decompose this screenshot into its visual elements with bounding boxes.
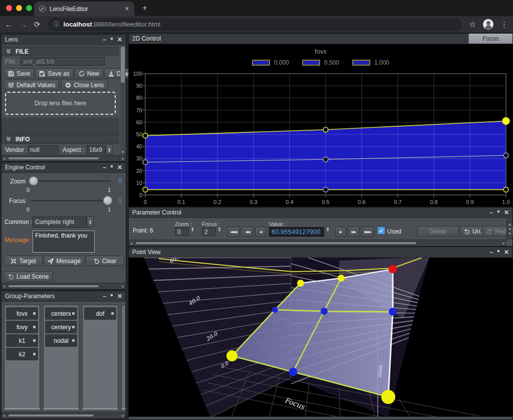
drag-grip-icon[interactable] <box>33 353 36 355</box>
scroll-left-icon[interactable]: ◂ <box>3 413 6 418</box>
save-as-button[interactable]: Save as <box>35 68 73 79</box>
drag-grip-icon[interactable] <box>33 339 36 342</box>
zoom-slider[interactable] <box>31 180 111 182</box>
lens-horizontal-scrollbar[interactable]: ◂ ▸ <box>2 155 126 161</box>
lens-dropzone[interactable]: Drop lens files here <box>5 92 116 115</box>
point-view-point[interactable] <box>289 368 298 376</box>
default-values-button[interactable]: Default Values <box>4 80 59 90</box>
save-button[interactable]: Save <box>4 68 34 79</box>
legend-item[interactable]: 1.000 <box>352 59 389 66</box>
next-fast-button[interactable]: ▶▶ <box>348 227 360 237</box>
common-stepper[interactable]: ▲▼ <box>87 217 94 228</box>
zoom-index-input[interactable] <box>175 228 189 236</box>
mac-zoom-icon[interactable] <box>26 5 32 11</box>
minimize-icon[interactable]: – <box>103 164 106 170</box>
delete-button[interactable]: Delete <box>417 226 459 237</box>
point-view-point[interactable] <box>389 265 397 274</box>
point-view-point[interactable] <box>321 308 328 315</box>
parameter-vertical-scrollbar[interactable]: ▲ ▼ <box>506 218 512 240</box>
forward-icon[interactable]: → <box>20 20 27 29</box>
site-info-icon[interactable]: ⓘ <box>54 20 60 29</box>
point-view-point[interactable] <box>226 350 237 361</box>
prev-fast-button[interactable]: ◀◀ <box>241 227 253 237</box>
point-view-point[interactable] <box>272 307 278 313</box>
close-lens-button[interactable]: Close Lens <box>61 80 108 90</box>
menu-kebab-icon[interactable]: ⋮ <box>500 20 508 29</box>
param-item-centerx[interactable]: centerx <box>45 307 77 320</box>
drag-grip-icon[interactable] <box>72 312 75 315</box>
minimize-icon[interactable]: – <box>489 249 493 255</box>
point-view-point[interactable] <box>381 390 395 404</box>
next-point-button[interactable]: ▶ <box>335 227 346 237</box>
minimize-icon[interactable]: – <box>103 293 106 299</box>
zoom-index-stepper[interactable]: ▲▼ <box>191 227 194 232</box>
group-horizontal-scrollbar[interactable]: ◂ ▸ <box>2 412 126 418</box>
info-section-header[interactable]: INFO <box>2 134 119 144</box>
lens-vertical-scrollbar[interactable]: ▼ <box>120 46 125 154</box>
drag-grip-icon[interactable] <box>33 312 36 315</box>
close-icon[interactable]: ✕ <box>504 209 509 216</box>
chart-point[interactable] <box>323 157 328 162</box>
chart-point[interactable] <box>143 160 148 165</box>
reload-icon[interactable]: ⟳ <box>34 20 41 29</box>
drag-grip-icon[interactable] <box>111 312 114 315</box>
point-view-bottom-scrollbar[interactable] <box>129 416 512 419</box>
focus-index-stepper[interactable]: ▲▼ <box>218 227 221 232</box>
restore-icon[interactable] <box>111 294 113 296</box>
chart-point[interactable] <box>143 133 148 138</box>
focus-index-input[interactable] <box>202 228 216 236</box>
restore-icon[interactable] <box>497 211 499 213</box>
scroll-left-icon[interactable]: ◂ <box>3 156 6 161</box>
parameter-horizontal-scrollbar[interactable]: ◂ ▸ <box>129 240 506 246</box>
value-input[interactable] <box>269 227 324 237</box>
back-icon[interactable]: ← <box>5 20 13 29</box>
close-icon[interactable]: ✕ <box>117 293 122 299</box>
point-view-point[interactable] <box>338 275 345 282</box>
2d-chart-canvas[interactable]: fovx 0.000 0.500 1.000 01020304050607080… <box>129 44 512 206</box>
chart-point[interactable] <box>323 127 328 132</box>
close-icon[interactable]: ✕ <box>117 164 122 170</box>
load-scene-button[interactable]: Load Scene <box>4 271 53 282</box>
zoom-slider-handle[interactable] <box>29 176 38 185</box>
legend-item[interactable]: 0.500 <box>302 59 339 66</box>
vendor-input[interactable] <box>28 145 59 154</box>
chart-point[interactable] <box>143 187 148 192</box>
mac-minimize-icon[interactable] <box>16 5 22 11</box>
chart-point[interactable] <box>502 117 509 124</box>
message-button[interactable]: Message <box>44 256 85 266</box>
engine-horizontal-scrollbar[interactable]: ◂ ▸ <box>2 283 126 289</box>
chart-point[interactable] <box>503 153 508 158</box>
mac-close-icon[interactable] <box>6 5 12 11</box>
param-item-k1[interactable]: k1 <box>6 334 38 347</box>
value-stepper[interactable]: ▲▼ <box>326 227 329 232</box>
first-point-button[interactable]: ◀◀◀ <box>227 227 240 237</box>
param-item-fovx[interactable]: fovx <box>6 307 38 320</box>
fovx-chart[interactable]: 010203040506070809010000.10.20.30.40.50.… <box>129 68 512 207</box>
file-section-header[interactable]: FILE <box>2 47 119 56</box>
chart-point[interactable] <box>503 187 508 192</box>
restore-icon[interactable] <box>497 250 499 252</box>
param-item-k2[interactable]: k2 <box>6 348 38 360</box>
restore-icon[interactable] <box>111 165 113 167</box>
file-input[interactable] <box>21 57 105 66</box>
scroll-left-icon[interactable]: ◂ <box>3 284 6 289</box>
focus-mode-button[interactable]: Focus <box>468 34 512 44</box>
new-button[interactable]: New <box>75 68 103 79</box>
scroll-right-icon[interactable]: ▸ <box>502 241 505 246</box>
aspect-stepper[interactable]: ▲▼ <box>106 144 113 155</box>
prev-point-button[interactable]: ◀ <box>255 227 266 237</box>
focus-slider[interactable] <box>31 200 111 201</box>
legend-item[interactable]: 0.000 <box>252 59 289 66</box>
minimize-icon[interactable]: – <box>103 37 106 43</box>
last-point-button[interactable]: ▶▶▶ <box>361 227 374 237</box>
clear-button[interactable]: Clear <box>86 256 124 266</box>
point-view-point[interactable] <box>297 280 304 287</box>
scroll-down-icon[interactable]: ▼ <box>120 150 125 154</box>
drag-grip-icon[interactable] <box>33 326 36 328</box>
browser-tab[interactable]: LensFileEditor ✕ <box>34 2 134 16</box>
chart-point[interactable] <box>323 187 328 192</box>
url-bar[interactable]: ⓘ localhost:8880/lensfileeditor.html <box>48 18 462 31</box>
scroll-right-icon[interactable]: ▸ <box>122 284 124 289</box>
bookmark-star-icon[interactable]: ☆ <box>469 20 476 29</box>
minimize-icon[interactable]: – <box>489 209 493 216</box>
